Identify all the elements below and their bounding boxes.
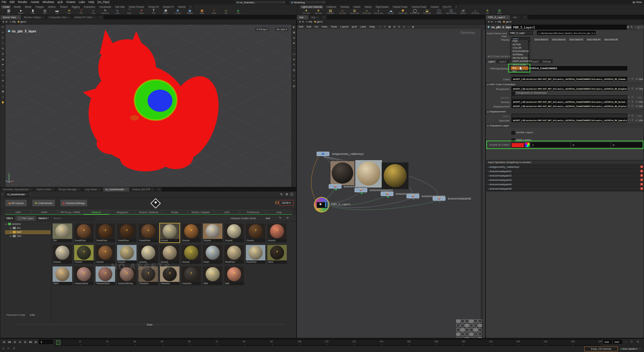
shelf-tab-guide-process[interactable]: Guide Process	[127, 5, 146, 9]
material-tile[interactable]: ⚡Ground	[203, 223, 222, 242]
pane-tab-ns_assethandler[interactable]: ns_AssetHandler×	[103, 187, 130, 192]
pane-operator-select[interactable]: ns_AssetHandler	[6, 192, 29, 196]
layer-tab-layer1[interactable]: Layer1	[486, 59, 497, 63]
palette-shape[interactable]	[474, 319, 478, 323]
netmenu-edit[interactable]: Edit	[305, 24, 313, 29]
viewport-tool-icon[interactable]: ◉	[1, 57, 5, 62]
remove-icon[interactable]: ✕	[640, 183, 643, 186]
output-node-pbr[interactable]: ❖	[315, 198, 329, 212]
section-tab-texture---material[interactable]: Texture / Material	[136, 209, 162, 215]
codehandler-button[interactable]: ❖ CodeHandler	[32, 199, 55, 207]
expand-icon[interactable]: ⊕	[10, 227, 12, 229]
menu-labs[interactable]: Labs	[77, 0, 87, 4]
viewport-tool-icon[interactable]: ✛	[1, 30, 5, 35]
rubber-toy-model[interactable]	[80, 28, 221, 175]
sky-light-tool[interactable]: ☁Sky Light	[385, 9, 397, 14]
pane-tab-mat[interactable]: mat×	[297, 15, 309, 19]
shelf-tab-vellum[interactable]: Vellum	[363, 5, 373, 9]
viewport-tool-icon[interactable]: ✚	[1, 62, 5, 67]
use-toggle[interactable]: ✓ Use	[636, 119, 643, 122]
palette-shape[interactable]	[469, 319, 473, 323]
viewport-tool-icon[interactable]: ❖	[1, 78, 5, 84]
palette-shape[interactable]	[469, 333, 473, 336]
close-icon[interactable]: ×	[78, 188, 79, 191]
netmenu-add[interactable]: Add	[297, 24, 305, 29]
expand-icon[interactable]: ⊕	[10, 235, 12, 237]
display-option-icon[interactable]: ⚲	[292, 62, 296, 67]
palette-shape[interactable]	[461, 319, 465, 323]
param-file-field[interactable]: $ASSET_LIB/aixterior/MAT/AXT_MAT_Volcani…	[512, 100, 627, 104]
section-tab-motion---adapter[interactable]: Motion / Adapter	[188, 209, 214, 215]
node-name-field[interactable]: PBR_5_Layer1	[512, 25, 627, 30]
grid-tool[interactable]: ▬Grid	[51, 9, 63, 14]
palette-shape[interactable]	[456, 328, 460, 332]
playhead[interactable]	[56, 340, 60, 345]
section-tab-help[interactable]: Help	[266, 209, 292, 215]
volume-light-tool[interactable]: ◍Volume Light	[348, 9, 361, 14]
distant-light-tool[interactable]: ☼Distant Light	[361, 9, 373, 14]
palette-shape[interactable]	[456, 319, 460, 323]
viewport-tool-icon[interactable]: ⌖	[1, 84, 5, 89]
chevron-down-icon[interactable]: ▾	[628, 119, 630, 121]
point-tool[interactable]: ✛Point	[63, 9, 75, 14]
select-mask-button[interactable]: Select Mask #4	[586, 37, 602, 42]
search-input[interactable]	[52, 216, 95, 220]
switcher-tool[interactable]: ⇄Switcher	[457, 9, 469, 14]
section-tab-hda[interactable]: HDA	[5, 209, 31, 215]
chevron-down-icon[interactable]: ▾	[628, 78, 630, 80]
breadcrumb-geo1[interactable]: ◆ geo1	[17, 19, 26, 24]
menu-ns_pipe[interactable]: [ns_Pipe]	[96, 0, 111, 4]
name-sort-select[interactable]: Name ▾	[37, 216, 50, 220]
material-tile[interactable]: ⚡Dirt	[53, 223, 72, 242]
material-tile[interactable]: ⚡Ground	[160, 223, 179, 242]
add-button[interactable]: Add	[266, 217, 270, 220]
close-icon[interactable]: ×	[30, 188, 32, 191]
remove-icon[interactable]: ✕	[640, 174, 643, 177]
spot-light-tool[interactable]: ☀Spot Light	[312, 9, 324, 14]
asset-name-select[interactable]: PBR_5_Layer	[509, 31, 533, 35]
close-icon[interactable]: ×	[99, 188, 100, 191]
breadcrumb-geo1[interactable]: ◆ geo1	[314, 19, 323, 24]
range-slider-icon[interactable]: ⇔	[625, 340, 627, 343]
material-tile[interactable]: ⚡Ground	[160, 245, 179, 264]
stereo-camera-tool[interactable]: ◫Stereo Camera	[445, 9, 457, 14]
substancebridge-button[interactable]: ◧ SubstanceBridge	[60, 199, 88, 207]
pane-tab-pbr_5_layer1[interactable]: PBR_5_Layer1×	[486, 15, 511, 19]
clipboard-icon[interactable]: ⎘	[632, 96, 634, 99]
pane-tab-obj[interactable]: obj×	[511, 15, 522, 19]
playbar-options-icon[interactable]: ☰	[637, 340, 639, 343]
remove-icon[interactable]: ✕	[640, 165, 643, 168]
material-tile[interactable]: ⚡Ground	[224, 223, 244, 242]
circle-tool[interactable]: ○Circle	[87, 9, 99, 14]
material-tile[interactable]: ⚡Ground	[117, 245, 137, 264]
viewport-tool-icon[interactable]: ☰	[1, 51, 5, 57]
dropdown-item-alpha[interactable]: ALPHA	[511, 43, 528, 46]
viewport-tool-icon[interactable]: ⟳	[1, 35, 5, 41]
shelf-tab-volume[interactable]: Volume	[176, 5, 188, 9]
pbr-set-name-field[interactable]: Volcanics_cb2593cb_21da023d6063	[512, 66, 627, 70]
api-queue-button[interactable]: ▣ API-Queue	[5, 199, 27, 207]
pane-tab-python-shell[interactable]: Python Shell×	[34, 187, 56, 192]
global-end-field[interactable]: 240	[613, 340, 622, 344]
material-tile[interactable]: ⚡Ground	[246, 223, 265, 242]
dropdown-item-pbr[interactable]: PBR	[511, 40, 528, 43]
palette-shape[interactable]	[465, 324, 469, 327]
shelf-tab-polygon[interactable]: Polygon	[34, 5, 46, 9]
display-option-icon[interactable]: ◔	[292, 46, 296, 51]
netmenu-icon-5[interactable]: 🗀	[403, 26, 405, 28]
close-icon[interactable]: ×	[506, 16, 508, 19]
fwd-icon[interactable]: ▶	[491, 19, 493, 24]
input-operator-row[interactable]: ● testgeometry_rubbertoy1✕	[487, 165, 644, 169]
shelf-tab-rigging[interactable]: Rigging	[70, 5, 82, 9]
section-header-displacement[interactable]: ▶ Displacement	[486, 109, 644, 114]
material-tile[interactable]: ⚡VolcanicSand	[74, 266, 94, 285]
shelf-tab-modify[interactable]: Modify	[12, 5, 22, 9]
remove-icon[interactable]: ✕	[640, 187, 643, 190]
step-back-icon[interactable]: ⟲	[2, 347, 4, 350]
line-tool[interactable]: ╱Line	[75, 9, 87, 14]
asset-path-field[interactable]: L:/Workgroups/HOU_Asset_Handler_Dev/otls…	[537, 31, 596, 35]
breadcrumb-geo1[interactable]: ◆ geo1	[503, 19, 512, 24]
tree-item-atl[interactable]: ⊕ ATL	[5, 226, 51, 230]
transport-2[interactable]: ◀	[12, 340, 17, 344]
chevron-down-icon[interactable]: ▾	[628, 96, 630, 99]
